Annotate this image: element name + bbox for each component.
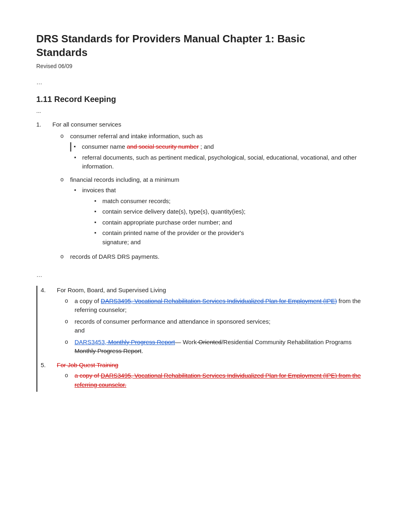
sub-square-item-3: ▪ contain appropriate purchase order num… [90, 218, 245, 227]
section-title: 1.11 Record Keeping [36, 93, 371, 105]
circle-item-3-text: records of DARS DRS payments. [70, 252, 160, 262]
square-item-1a-content: consumer name and social security number… [82, 142, 214, 152]
item4-circle-2-text: records of consumer performance and atte… [75, 318, 270, 325]
revised-date: Revised 06/09 [36, 62, 371, 71]
circle-item-1-content: consumer referral and intake information… [70, 132, 371, 173]
item-5-content: For Job Quest Training o a copy of DARS3… [57, 361, 371, 392]
item4-circle-3-content: DARS3453, Monthly Progress Report— Work … [75, 338, 371, 356]
square-bullet-1a: ▪ [74, 142, 82, 152]
square-item-1b-text: referral documents, such as pertinent me… [82, 153, 371, 171]
social-security-strikethrough: and social security number [127, 143, 199, 150]
item4-circle-1-content: a copy of DARS3495, Vocational Rehabilit… [75, 297, 371, 315]
circle-item-3: o records of DARS DRS payments. [52, 252, 371, 262]
item4-circle-bullet-2: o [65, 317, 75, 335]
sub-square-bullet-4: ▪ [94, 229, 102, 247]
item4-dars3495-link[interactable]: DARS3495, Vocational Rehabilitation Serv… [101, 297, 337, 304]
item5-dars3495-link[interactable]: DARS3495, Vocational Rehabilitation Serv… [75, 372, 361, 388]
page-title: DRS Standards for Providers Manual Chapt… [36, 32, 371, 60]
square-item-2a-content: invoices that ▪ match consumer records; [82, 186, 245, 248]
circle-bullet-3: o [60, 252, 70, 262]
item4-circle-bullet-3: o [65, 338, 75, 356]
item4-circle-2-and: and [75, 327, 85, 334]
item-4-section: 4. For Room, Board, and Supervised Livin… [36, 286, 371, 392]
item-4-row: 4. For Room, Board, and Supervised Livin… [41, 286, 371, 358]
section-dots: ... [36, 107, 371, 115]
page-container: DRS Standards for Providers Manual Chapt… [36, 32, 371, 392]
sub-square-item-4-text: contain printed name of the provider or … [102, 229, 244, 247]
sub-square-item-2: ▪ contain service delivery date(s), type… [90, 207, 245, 216]
item-1-number: 1. [36, 120, 52, 264]
sub-square-bullet-3: ▪ [94, 218, 102, 227]
item4-circle-1-prefix: a copy of [75, 297, 101, 304]
item-4-circle-list: o a copy of DARS3495, Vocational Rehabil… [57, 297, 371, 356]
item5-prefix: a copy of [75, 372, 101, 379]
item4-oriented-strike: Oriented [197, 339, 222, 345]
item-4-number: 4. [41, 286, 57, 358]
item5-circle-1-content: a copy of DARS3495, Vocational Rehabilit… [75, 371, 371, 389]
square-item-2a: ▪ invoices that ▪ match consumer records… [70, 186, 245, 248]
item-4-content: For Room, Board, and Supervised Living o… [57, 286, 371, 358]
consumer-name-text: consumer name [82, 143, 125, 150]
sub-square-item-1: ▪ match consumer records; [90, 197, 245, 206]
item-4-text: For Room, Board, and Supervised Living [57, 287, 166, 293]
circle-list-1: o consumer referral and intake informati… [52, 132, 371, 262]
item4-circle-item-2: o records of consumer performance and at… [57, 317, 371, 335]
ellipsis-2: … [36, 270, 371, 280]
item4-circle-bullet-1: o [65, 297, 75, 315]
square-item-1a: ▪ consumer name and social security numb… [70, 142, 371, 152]
sub-square-item-4: ▪ contain printed name of the provider o… [90, 229, 245, 247]
item4-circle-item-3: o DARS3453, Monthly Progress Report— Wor… [57, 338, 371, 356]
circle-item-2-content: financial records including, at a minimu… [70, 175, 245, 250]
sub-square-bullet-2: ▪ [94, 207, 102, 216]
sub-square-item-3-text: contain appropriate purchase order numbe… [102, 218, 232, 227]
circle-item-1: o consumer referral and intake informati… [52, 132, 371, 173]
item4-circle3-end: . [141, 347, 143, 354]
square-bullet-2a: ▪ [74, 186, 82, 248]
item-5-number: 5. [41, 361, 57, 392]
item4-monthly-strike: Monthly Progress Report [75, 347, 141, 354]
square-list-2: ▪ invoices that ▪ match consumer records… [70, 186, 245, 248]
item5-circle-bullet-1: o [65, 371, 75, 389]
sub-square-bullet-1: ▪ [94, 197, 102, 206]
item4-circle3-middle2: /Residential Community Rehabilitation Pr… [222, 339, 352, 345]
item-1-content: For all consumer services o consumer ref… [52, 120, 371, 264]
item4-circle-2-content: records of consumer performance and atte… [75, 317, 270, 335]
square-bullet-1b: ▪ [74, 153, 82, 171]
square-list-1: ▪ consumer name and social security numb… [70, 142, 371, 171]
item5-circle-item-1: o a copy of DARS3495, Vocational Rehabil… [57, 371, 371, 389]
item4-dars3453-link[interactable]: DARS3453, [75, 339, 106, 345]
circle-bullet-1: o [60, 132, 70, 173]
item-5-row: 5. For Job Quest Training o a copy of DA… [41, 361, 371, 392]
circle-bullet-2: o [60, 175, 70, 250]
item4-circle-item-1: o a copy of DARS3495, Vocational Rehabil… [57, 297, 371, 315]
circle-item-2: o financial records including, at a mini… [52, 175, 371, 250]
circle-item-1-text: consumer referral and intake information… [70, 133, 203, 139]
item-5-circle-list: o a copy of DARS3495, Vocational Rehabil… [57, 371, 371, 389]
sub-square-list: ▪ match consumer records; ▪ contain serv… [82, 197, 245, 247]
item-1-text: For all consumer services [52, 121, 121, 128]
circle-item-2-text: financial records including, at a minimu… [70, 176, 179, 183]
square-item-1b: ▪ referral documents, such as pertinent … [70, 153, 371, 171]
square-1a-suffix: ; and [200, 143, 214, 150]
item-5-text: For Job Quest Training [57, 362, 118, 368]
sub-square-item-1-text: match consumer records; [102, 197, 170, 206]
ellipsis-1: … [36, 78, 371, 87]
sub-square-item-2-text: contain service delivery date(s), type(s… [102, 207, 245, 216]
item4-circle3-middle: — Work [175, 339, 197, 345]
list-item-1: 1. For all consumer services o consumer … [36, 120, 371, 264]
item4-monthly-progress-link[interactable]: Monthly Progress Report [106, 339, 175, 345]
invoices-text: invoices that [82, 187, 116, 193]
